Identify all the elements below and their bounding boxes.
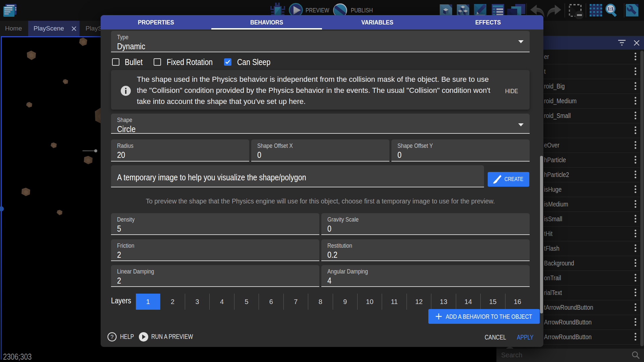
svg-text:?: ? [111,334,114,340]
svg-text:1:1: 1:1 [607,6,614,11]
